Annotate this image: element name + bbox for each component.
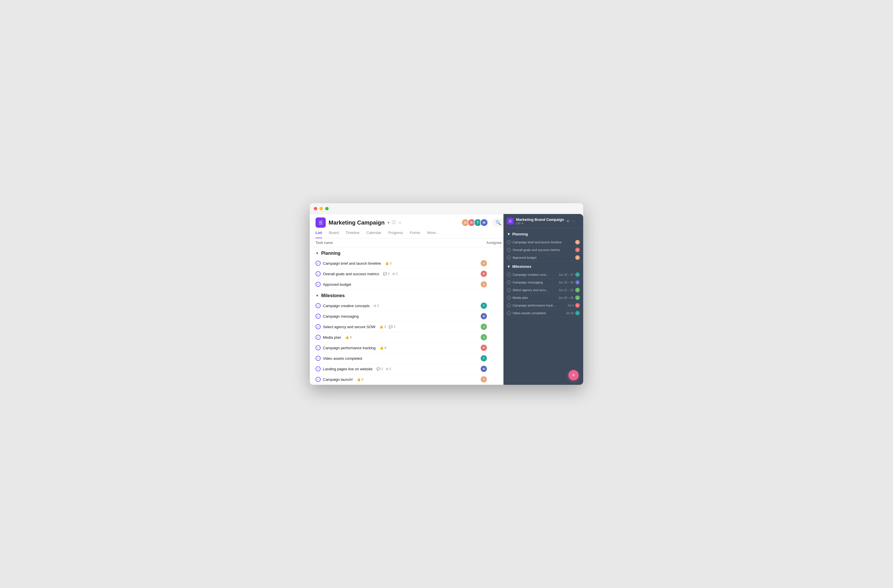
dropdown-icon[interactable]: ▾ [388,220,389,225]
task-name-cell: ✓ Select agency and secure SOW 👍 3 💬 2 [316,324,481,329]
info-icon[interactable]: ⓘ [392,220,396,225]
check-icon[interactable]: ✓ [316,356,321,361]
side-task-row: ✓ Media plan Jun 25 – 26 J [507,294,580,302]
task-name: Landing pages live on website [323,367,373,371]
tab-board[interactable]: Board [329,231,339,238]
titlebar [310,203,583,214]
side-avatar: R [575,303,580,308]
likes-meta: 👍 8 [357,378,363,381]
task-name-cell: ✓ Video assets completed [316,356,481,361]
check-icon[interactable]: ✓ [316,335,321,340]
task-meta: 💬 2 ⊟ 5 [376,367,391,371]
tab-timeline[interactable]: Timeline [346,231,360,238]
task-meta: ⊟ 3 [374,304,379,308]
side-date: Jun 21 – 22 [559,289,573,292]
side-date: Jun 19 – 27 [559,273,573,276]
task-meta: 👍 8 [380,346,386,350]
check-icon[interactable]: ✓ [316,377,321,382]
side-task-row: ✓ Campaign performance track... Jul 3 R [507,302,580,309]
side-task-row: ✓ Overall goals and success metrics R [507,246,580,254]
app-window: ☰ Marketing Campaign ▾ ⓘ ☆ A R T M 🔍 [310,203,583,385]
side-task-name: Campaign brief and launch timeline [513,240,573,244]
side-task-name: Video assets completed [513,311,564,315]
likes-meta: 👍 3 [379,325,386,329]
side-date: Jul 10 [566,312,573,315]
check-icon[interactable]: ✓ [316,314,321,319]
chevron-planning[interactable]: ▼ [316,251,319,255]
col-task-name: Task name [316,241,486,245]
side-section-planning: ▼ Planning [507,232,580,236]
side-task-row: ✓ Campaign messaging Jun 18 – 20 M [507,279,580,286]
task-meta: 💬 2 ⊟ 5 [383,272,397,276]
check-icon[interactable]: ✓ [316,271,321,276]
avatar: M [480,219,488,226]
side-panel-title-group: Marketing Brand Campaign List ▾ [516,218,564,225]
side-task-row: ✓ Video assets completed Jul 10 T [507,309,580,317]
side-avatar: T [575,311,580,315]
assignee-avatar: R [481,345,487,351]
check-icon[interactable]: ✓ [316,324,321,329]
task-name: Campaign messaging [323,314,359,318]
side-panel-header: ☰ Marketing Brand Campaign List ▾ ⚙ ⋯ [507,218,580,228]
check-icon[interactable]: ✓ [316,261,321,266]
assignee-avatar: T [481,355,487,362]
more-icon[interactable]: ⋯ [572,219,575,223]
assignee-avatar: J [481,324,487,330]
side-milestones-label: Milestones [512,264,531,268]
minimize-dot[interactable] [320,207,323,210]
side-check: ✓ [507,288,511,292]
task-name-cell: ✓ Landing pages live on website 💬 2 ⊟ 5 [316,366,481,371]
side-panel-icon: ☰ [507,218,514,225]
side-avatar: J [575,288,580,292]
tab-list[interactable]: List [316,231,322,238]
task-name: Approved budget [323,282,351,286]
side-avatar: A [575,255,580,260]
check-icon[interactable]: ✓ [316,303,321,308]
check-icon[interactable]: ✓ [316,282,321,287]
app-icon: ☰ [316,218,326,228]
team-avatars: A R T M [461,219,488,226]
side-task-row: ✓ Campaign creative conc... Jun 19 – 27 … [507,271,580,279]
task-name: Campaign brief and launch timeline [323,261,381,266]
list-label-text: List [516,222,520,225]
assignee-avatar: A [481,281,487,288]
side-check: ✓ [507,240,511,244]
side-chevron-milestones[interactable]: ▼ [507,264,511,268]
side-chevron-planning[interactable]: ▼ [507,232,511,236]
side-check: ✓ [507,280,511,284]
side-task-name: Campaign messaging [513,280,557,284]
assignee-avatar: A [481,260,487,266]
side-check: ✓ [507,296,511,300]
subtasks-meta: ⊟ 5 [386,367,391,371]
filter-icon[interactable]: ⚙ [567,219,570,223]
check-icon[interactable]: ✓ [316,345,321,350]
side-panel-subtitle: List ▾ [516,222,564,225]
section-planning-label: Planning [321,251,341,256]
side-task-name: Approved budget [513,256,573,259]
tab-calendar[interactable]: Calendar [366,231,381,238]
star-icon[interactable]: ☆ [398,220,402,225]
tab-progress[interactable]: Progress [388,231,403,238]
side-panel-title: Marketing Brand Campaign [516,218,564,222]
subtasks-meta: ⊟ 5 [392,272,397,276]
assignee-avatar: M [481,313,487,320]
side-date: Jul 3 [568,304,573,307]
task-name-cell: ✓ Campaign launch! 👍 8 [316,377,481,382]
task-name-cell: ✓ Media plan 👍 8 [316,335,481,340]
tab-more[interactable]: More... [427,231,439,238]
tab-forms[interactable]: Forms [410,231,420,238]
side-task-name: Overall goals and success metrics [513,248,573,252]
app-icon-symbol: ☰ [319,220,323,225]
task-name: Campaign launch! [323,377,353,382]
maximize-dot[interactable] [325,207,329,210]
fab-button[interactable]: + [568,370,579,380]
side-avatar: A [575,240,580,244]
chevron-milestones[interactable]: ▼ [316,294,319,298]
side-section-milestones: ▼ Milestones [507,264,580,268]
comments-meta: 💬 2 [383,272,389,276]
section-milestones-label: Milestones [321,293,345,298]
check-icon[interactable]: ✓ [316,366,321,371]
task-name-cell: ✓ Overall goals and success metrics 💬 2 … [316,271,481,276]
close-dot[interactable] [314,207,317,210]
assignee-avatar: R [481,271,487,277]
